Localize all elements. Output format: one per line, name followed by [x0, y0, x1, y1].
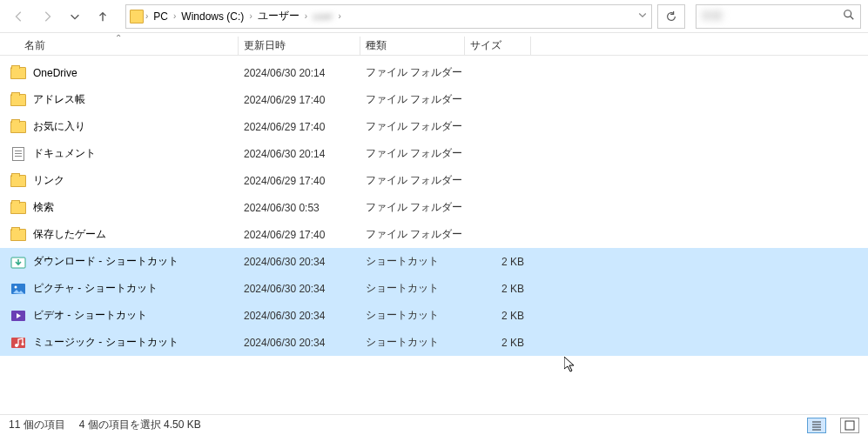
file-name: 保存したゲーム [33, 227, 106, 242]
file-date: 2024/06/30 0:53 [239, 202, 360, 214]
file-type: ファイル フォルダー [360, 200, 465, 215]
forward-button[interactable] [35, 4, 59, 29]
toolbar: › PC › Windows (C:) › ユーザー › user › 検索 [0, 0, 868, 33]
file-date: 2024/06/29 17:40 [239, 121, 360, 133]
up-button[interactable] [91, 4, 115, 29]
folder-icon [10, 93, 26, 107]
file-name: ダウンロード - ショートカット [33, 254, 178, 269]
search-placeholder: 検索 [702, 9, 843, 23]
breadcrumb-item-current[interactable]: user [309, 9, 336, 24]
file-row[interactable]: 保存したゲーム2024/06/29 17:40ファイル フォルダー [0, 221, 868, 248]
file-date: 2024/06/30 20:34 [239, 310, 360, 322]
breadcrumb-item[interactable]: ユーザー [254, 7, 303, 25]
folder-icon [130, 10, 144, 23]
chevron-right-icon[interactable]: › [305, 11, 307, 21]
file-name: ピクチャ - ショートカット [33, 281, 158, 296]
address-bar[interactable]: › PC › Windows (C:) › ユーザー › user › [125, 4, 652, 29]
file-date: 2024/06/30 20:14 [239, 67, 360, 79]
file-row[interactable]: お気に入り2024/06/29 17:40ファイル フォルダー [0, 113, 868, 140]
doc-icon [10, 147, 26, 161]
search-input[interactable]: 検索 [696, 4, 861, 29]
folder-icon [10, 228, 26, 242]
file-row[interactable]: ドキュメント2024/06/30 20:14ファイル フォルダー [0, 140, 868, 167]
svg-point-7 [21, 342, 24, 345]
file-type: ショートカット [360, 281, 465, 296]
file-row[interactable]: OneDrive2024/06/30 20:14ファイル フォルダー [0, 59, 868, 86]
file-date: 2024/06/29 17:40 [239, 229, 360, 241]
file-date: 2024/06/30 20:14 [239, 148, 360, 160]
view-large-button[interactable] [840, 418, 859, 433]
svg-point-0 [844, 10, 851, 17]
breadcrumb-item[interactable]: Windows (C:) [178, 9, 247, 24]
chevron-right-icon[interactable]: › [249, 11, 252, 21]
file-type: ショートカット [360, 335, 465, 350]
file-name: ドキュメント [33, 146, 96, 161]
file-type: ファイル フォルダー [360, 92, 465, 107]
breadcrumb-item[interactable]: PC [150, 9, 172, 24]
file-name: 検索 [33, 200, 54, 215]
music-icon [10, 336, 26, 350]
status-selection: 4 個の項目を選択 4.50 KB [79, 418, 201, 432]
status-bar: 11 個の項目 4 個の項目を選択 4.50 KB [0, 414, 868, 435]
mouse-cursor-icon [564, 357, 578, 374]
sort-indicator-icon: ⌃ [115, 33, 122, 43]
address-dropdown[interactable] [637, 10, 648, 23]
file-type: ファイル フォルダー [360, 65, 465, 80]
videos-icon [10, 309, 26, 323]
file-type: ファイル フォルダー [360, 119, 465, 134]
file-name: お気に入り [33, 119, 85, 134]
folder-icon [10, 174, 26, 188]
column-headers: ⌃ 名前 更新日時 種類 サイズ [0, 33, 868, 56]
file-date: 2024/06/30 20:34 [239, 283, 360, 295]
file-name: OneDrive [33, 67, 77, 79]
file-date: 2024/06/30 20:34 [239, 337, 360, 349]
folder-icon [10, 201, 26, 215]
file-date: 2024/06/29 17:40 [239, 94, 360, 106]
file-size: 2 KB [465, 310, 531, 322]
file-row[interactable]: アドレス帳2024/06/29 17:40ファイル フォルダー [0, 86, 868, 113]
folder-icon [10, 120, 26, 134]
file-type: ファイル フォルダー [360, 146, 465, 161]
file-row[interactable]: ミュージック - ショートカット2024/06/30 20:34ショートカット2… [0, 329, 868, 356]
refresh-button[interactable] [657, 4, 685, 29]
file-row[interactable]: ピクチャ - ショートカット2024/06/30 20:34ショートカット2 K… [0, 275, 868, 302]
svg-point-3 [15, 285, 17, 288]
file-type: ファイル フォルダー [360, 227, 465, 242]
chevron-right-icon[interactable]: › [338, 11, 340, 21]
column-header-size[interactable]: サイズ [465, 37, 531, 55]
file-row[interactable]: ダウンロード - ショートカット2024/06/30 20:34ショートカット2… [0, 248, 868, 275]
file-date: 2024/06/29 17:40 [239, 175, 360, 187]
chevron-right-icon[interactable]: › [145, 11, 148, 21]
file-row[interactable]: リンク2024/06/29 17:40ファイル フォルダー [0, 167, 868, 194]
file-name: アドレス帳 [33, 92, 85, 107]
file-row[interactable]: ビデオ - ショートカット2024/06/30 20:34ショートカット2 KB [0, 302, 868, 329]
status-count: 11 個の項目 [9, 418, 65, 432]
column-header-type[interactable]: 種類 [360, 37, 465, 55]
file-type: ショートカット [360, 308, 465, 323]
file-date: 2024/06/30 20:34 [239, 256, 360, 268]
file-name: リンク [33, 173, 64, 188]
file-type: ショートカット [360, 254, 465, 269]
recent-dropdown[interactable] [63, 4, 87, 29]
view-details-button[interactable] [807, 418, 826, 433]
chevron-right-icon[interactable]: › [173, 11, 176, 21]
download-icon [10, 255, 26, 269]
file-list: OneDrive2024/06/30 20:14ファイル フォルダーアドレス帳2… [0, 56, 868, 356]
column-header-name[interactable]: 名前 [19, 37, 239, 55]
file-name: ビデオ - ショートカット [33, 308, 147, 323]
file-name: ミュージック - ショートカット [33, 335, 178, 350]
column-header-date[interactable]: 更新日時 [239, 37, 360, 55]
file-size: 2 KB [465, 283, 531, 295]
pictures-icon [10, 282, 26, 296]
search-icon[interactable] [843, 9, 855, 23]
file-type: ファイル フォルダー [360, 173, 465, 188]
file-size: 2 KB [465, 256, 531, 268]
file-size: 2 KB [465, 337, 531, 349]
file-row[interactable]: 検索2024/06/30 0:53ファイル フォルダー [0, 194, 868, 221]
svg-rect-8 [845, 421, 854, 430]
folder-icon [10, 66, 26, 80]
back-button[interactable] [7, 4, 31, 29]
